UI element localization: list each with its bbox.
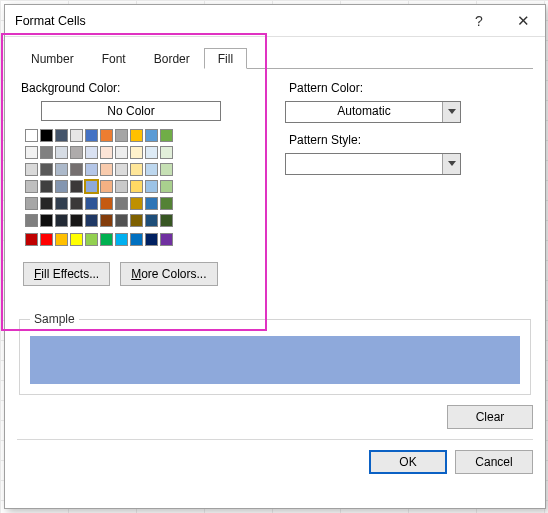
tab-fill[interactable]: Fill (204, 48, 247, 69)
color-swatch[interactable] (115, 163, 128, 176)
color-swatch[interactable] (40, 146, 53, 159)
color-swatch[interactable] (160, 163, 173, 176)
color-swatch[interactable] (70, 214, 83, 227)
ok-button[interactable]: OK (369, 450, 447, 474)
color-swatch[interactable] (145, 197, 158, 210)
color-swatch[interactable] (85, 233, 98, 246)
fill-left-column: Background Color: No Color Fill Effects.… (17, 77, 267, 286)
color-swatch[interactable] (145, 129, 158, 142)
color-swatch[interactable] (55, 214, 68, 227)
color-swatch[interactable] (70, 180, 83, 193)
pattern-color-dropdown[interactable]: Automatic (285, 101, 461, 123)
color-swatch[interactable] (130, 233, 143, 246)
pattern-style-label: Pattern Style: (289, 133, 533, 147)
color-swatch[interactable] (55, 163, 68, 176)
chevron-down-icon (442, 102, 460, 122)
color-swatch[interactable] (100, 197, 113, 210)
pattern-color-label: Pattern Color: (289, 81, 533, 95)
color-swatch[interactable] (40, 197, 53, 210)
color-swatch[interactable] (85, 214, 98, 227)
chevron-down-icon (442, 154, 460, 174)
format-cells-dialog: Format Cells ? ✕ Number Font Border Fill… (4, 4, 546, 509)
help-button[interactable]: ? (457, 5, 501, 37)
color-swatch[interactable] (55, 129, 68, 142)
color-swatch[interactable] (55, 146, 68, 159)
color-swatch[interactable] (145, 146, 158, 159)
color-swatch[interactable] (130, 214, 143, 227)
color-swatch[interactable] (40, 129, 53, 142)
color-swatch[interactable] (160, 146, 173, 159)
color-swatch[interactable] (160, 214, 173, 227)
close-button[interactable]: ✕ (501, 5, 545, 37)
color-swatch[interactable] (55, 180, 68, 193)
sample-group: Sample (19, 312, 531, 395)
color-swatch[interactable] (70, 163, 83, 176)
color-swatch[interactable] (100, 163, 113, 176)
color-swatch[interactable] (55, 233, 68, 246)
theme-color-grid (25, 146, 267, 227)
color-swatch[interactable] (25, 129, 38, 142)
window-title: Format Cells (5, 14, 457, 28)
color-swatch[interactable] (25, 233, 38, 246)
color-swatch[interactable] (100, 146, 113, 159)
theme-color-row (25, 129, 267, 142)
color-swatch[interactable] (85, 163, 98, 176)
color-swatch[interactable] (145, 180, 158, 193)
color-swatch[interactable] (130, 129, 143, 142)
color-swatch[interactable] (145, 214, 158, 227)
color-swatch[interactable] (70, 129, 83, 142)
color-swatch[interactable] (40, 214, 53, 227)
color-swatch[interactable] (25, 197, 38, 210)
color-swatch[interactable] (100, 214, 113, 227)
color-swatch[interactable] (100, 129, 113, 142)
color-swatch[interactable] (25, 214, 38, 227)
tab-border[interactable]: Border (140, 48, 204, 69)
color-swatch[interactable] (160, 180, 173, 193)
color-swatch[interactable] (145, 233, 158, 246)
color-swatch[interactable] (40, 163, 53, 176)
sample-preview (30, 336, 520, 384)
color-swatch[interactable] (70, 146, 83, 159)
color-swatch[interactable] (130, 197, 143, 210)
color-swatch[interactable] (100, 233, 113, 246)
clear-button[interactable]: Clear (447, 405, 533, 429)
pattern-style-dropdown[interactable] (285, 153, 461, 175)
color-swatch[interactable] (85, 180, 98, 193)
color-swatch[interactable] (25, 146, 38, 159)
color-swatch[interactable] (145, 163, 158, 176)
no-color-button[interactable]: No Color (41, 101, 221, 121)
color-swatch[interactable] (70, 197, 83, 210)
color-swatch[interactable] (85, 146, 98, 159)
background-color-label: Background Color: (21, 81, 267, 95)
color-swatch[interactable] (115, 233, 128, 246)
fill-right-column: Pattern Color: Automatic Pattern Style: (285, 77, 533, 286)
color-swatch[interactable] (55, 197, 68, 210)
color-swatch[interactable] (25, 163, 38, 176)
color-swatch[interactable] (160, 129, 173, 142)
color-swatch[interactable] (130, 180, 143, 193)
pattern-style-value (286, 154, 442, 174)
color-swatch[interactable] (160, 197, 173, 210)
color-swatch[interactable] (115, 197, 128, 210)
tab-number[interactable]: Number (17, 48, 88, 69)
more-colors-button[interactable]: More Colors... (120, 262, 217, 286)
color-swatch[interactable] (115, 214, 128, 227)
color-swatch[interactable] (130, 146, 143, 159)
titlebar: Format Cells ? ✕ (5, 5, 545, 37)
color-swatch[interactable] (85, 197, 98, 210)
color-swatch[interactable] (160, 233, 173, 246)
color-swatch[interactable] (115, 146, 128, 159)
standard-color-row (25, 233, 267, 246)
color-swatch[interactable] (115, 129, 128, 142)
color-swatch[interactable] (115, 180, 128, 193)
cancel-button[interactable]: Cancel (455, 450, 533, 474)
color-swatch[interactable] (40, 233, 53, 246)
fill-effects-button[interactable]: Fill Effects... (23, 262, 110, 286)
color-swatch[interactable] (100, 180, 113, 193)
color-swatch[interactable] (25, 180, 38, 193)
color-swatch[interactable] (40, 180, 53, 193)
color-swatch[interactable] (70, 233, 83, 246)
tab-font[interactable]: Font (88, 48, 140, 69)
color-swatch[interactable] (85, 129, 98, 142)
color-swatch[interactable] (130, 163, 143, 176)
